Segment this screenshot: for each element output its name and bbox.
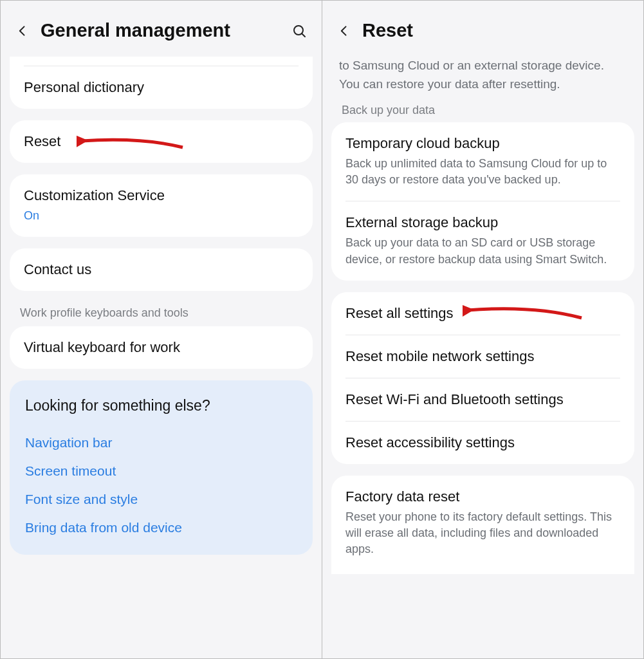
- item-label: Reset all settings: [345, 305, 620, 322]
- card-reset: Reset: [10, 120, 313, 163]
- item-contact-us[interactable]: Contact us: [10, 248, 313, 291]
- item-customization-service[interactable]: Customization Service On: [10, 174, 313, 237]
- item-reset-mobile-network[interactable]: Reset mobile network settings: [331, 335, 634, 378]
- item-label: Virtual keyboard for work: [24, 339, 299, 356]
- header: General management: [1, 1, 322, 57]
- looking-for-card: Looking for something else? Navigation b…: [10, 380, 313, 555]
- card-contact: Contact us: [10, 248, 313, 291]
- item-description: Back up unlimited data to Samsung Cloud …: [345, 156, 620, 188]
- item-label: Customization Service: [24, 187, 299, 204]
- card-factory-reset: Factory data reset Reset your phone to i…: [331, 476, 634, 575]
- header: Reset: [322, 1, 643, 57]
- card-backup: Temporary cloud backup Back up unlimited…: [331, 122, 634, 281]
- back-button[interactable]: [14, 22, 32, 40]
- item-label: Reset mobile network settings: [345, 348, 620, 365]
- item-reset-all-settings[interactable]: Reset all settings: [331, 292, 634, 335]
- item-label: Factory data reset: [345, 488, 620, 505]
- item-description: Reset your phone to its factory default …: [345, 509, 620, 558]
- item-status: On: [24, 208, 299, 224]
- item-label: Reset Wi-Fi and Bluetooth settings: [345, 391, 620, 408]
- item-label: Reset accessibility settings: [345, 434, 620, 451]
- item-factory-data-reset[interactable]: Factory data reset Reset your phone to i…: [331, 476, 634, 575]
- item-reset-wifi-bluetooth[interactable]: Reset Wi-Fi and Bluetooth settings: [331, 378, 634, 421]
- item-label: Temporary cloud backup: [345, 135, 620, 152]
- item-reset[interactable]: Reset: [10, 120, 313, 163]
- page-title: General management: [41, 20, 281, 41]
- card-customization: Customization Service On: [10, 174, 313, 237]
- back-button[interactable]: [335, 22, 353, 40]
- page-title: Reset: [362, 20, 630, 41]
- link-font-size-style[interactable]: Font size and style: [25, 485, 297, 514]
- link-navigation-bar[interactable]: Navigation bar: [25, 429, 297, 457]
- svg-line-1: [302, 33, 305, 37]
- item-description: Back up your data to an SD card or USB s…: [345, 235, 620, 267]
- item-reset-accessibility[interactable]: Reset accessibility settings: [331, 422, 634, 464]
- item-label: Reset: [24, 133, 299, 150]
- link-screen-timeout[interactable]: Screen timeout: [25, 457, 297, 485]
- general-management-screen: General management Personal dictionary R…: [1, 1, 322, 658]
- link-bring-data[interactable]: Bring data from old device: [25, 514, 297, 542]
- looking-for-heading: Looking for something else?: [25, 397, 297, 414]
- item-virtual-keyboard[interactable]: Virtual keyboard for work: [10, 326, 313, 369]
- reset-screen: Reset to Samsung Cloud or an external st…: [322, 1, 643, 658]
- item-label: Contact us: [24, 261, 299, 278]
- card-dictionary: Personal dictionary: [10, 57, 313, 109]
- intro-text: to Samsung Cloud or an external storage …: [322, 57, 643, 102]
- card-virtual-keyboard: Virtual keyboard for work: [10, 326, 313, 369]
- item-personal-dictionary[interactable]: Personal dictionary: [10, 66, 313, 109]
- item-label: External storage backup: [345, 214, 620, 231]
- item-external-storage-backup[interactable]: External storage backup Back up your dat…: [331, 201, 634, 280]
- card-reset-options: Reset all settings Reset mobile network …: [331, 292, 634, 464]
- section-work-profile: Work profile keyboards and tools: [1, 302, 322, 329]
- search-button[interactable]: [290, 21, 309, 41]
- item-temp-cloud-backup[interactable]: Temporary cloud backup Back up unlimited…: [331, 122, 634, 201]
- item-label: Personal dictionary: [24, 79, 299, 96]
- section-backup: Back up your data: [322, 102, 643, 124]
